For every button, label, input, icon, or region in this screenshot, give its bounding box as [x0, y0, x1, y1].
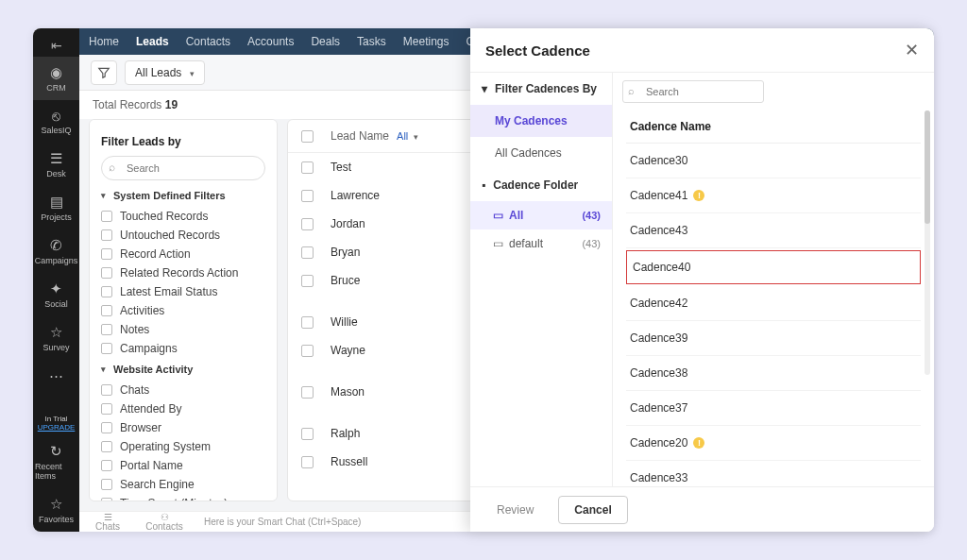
column-lead-name[interactable]: Lead Name	[331, 129, 389, 143]
checkbox[interactable]	[101, 343, 112, 354]
checkbox[interactable]	[101, 248, 112, 260]
checkbox[interactable]	[101, 422, 112, 433]
sidebar-item-crm[interactable]: ◉CRM	[33, 57, 79, 100]
filter-option[interactable]: Browser	[101, 418, 265, 437]
sidebar-item-salesiq[interactable]: ⎋SalesIQ	[33, 100, 79, 143]
cadence-item[interactable]: Cadence33	[626, 461, 921, 486]
chatbar-contacts[interactable]: ⚇ Contacts	[136, 511, 193, 533]
filter-group-system[interactable]: System Defined Filters	[101, 190, 265, 201]
sidebar-recent-items[interactable]: ↻ Recent Items	[33, 435, 79, 488]
row-checkbox[interactable]	[301, 218, 314, 230]
folder-all[interactable]: ▭All (43)	[470, 201, 612, 229]
cadence-item[interactable]: Cadence30	[626, 144, 921, 178]
row-checkbox[interactable]	[301, 428, 314, 440]
cadence-list[interactable]: Cadence Name Cadence30Cadence41!Cadence4…	[613, 110, 934, 486]
folder-default[interactable]: ▭default (43)	[470, 229, 612, 258]
sidebar-item-survey[interactable]: ☆Survey	[33, 316, 79, 360]
row-checkbox[interactable]	[301, 190, 314, 202]
sidebar-item-social[interactable]: ✦Social	[33, 273, 79, 316]
filter-option-label: Search Engine	[120, 478, 195, 491]
filter-option[interactable]: Operating System	[101, 437, 265, 456]
cadence-list-panel: ⌕ Cadence Name Cadence30Cadence41!Cadenc…	[612, 72, 934, 486]
checkbox[interactable]	[101, 211, 112, 222]
collapse-sidebar-icon[interactable]: ⇤	[33, 34, 79, 57]
upgrade-link[interactable]: UPGRADE	[38, 423, 76, 432]
tab-meetings[interactable]: Meetings	[403, 35, 450, 48]
filter-option[interactable]: Chats	[101, 381, 265, 399]
lead-name: Willie	[331, 315, 358, 329]
view-dropdown[interactable]: All Leads	[125, 60, 205, 85]
filter-group-website[interactable]: Website Activity	[101, 364, 265, 375]
filter-option[interactable]: Activities	[101, 301, 265, 320]
cadence-item[interactable]: Cadence41!	[626, 178, 921, 213]
checkbox[interactable]	[101, 460, 112, 471]
checkbox[interactable]	[101, 479, 112, 490]
filter-option[interactable]: Record Action	[101, 245, 265, 263]
sidebar-item-projects[interactable]: ▤Projects	[33, 186, 79, 229]
close-button[interactable]: ✕	[905, 40, 919, 60]
checkbox[interactable]	[101, 267, 112, 279]
cadence-item[interactable]: Cadence20!	[626, 426, 921, 461]
sidebar-favorites[interactable]: ☆ Favorites	[33, 488, 79, 532]
sidebar-item-desk[interactable]: ☰Desk	[33, 143, 79, 186]
modal-footer: Review Cancel	[470, 486, 934, 532]
filter-option[interactable]: Touched Records	[101, 207, 265, 226]
select-all-checkbox[interactable]	[301, 130, 314, 143]
filter-option[interactable]: Latest Email Status	[101, 282, 265, 301]
checkbox[interactable]	[101, 305, 112, 316]
sidebar-item-more[interactable]: ⋯	[33, 360, 79, 394]
filter-icon-button[interactable]	[91, 60, 117, 85]
row-checkbox[interactable]	[301, 275, 314, 287]
tab-home[interactable]: Home	[89, 35, 119, 48]
row-checkbox[interactable]	[301, 386, 314, 399]
checkbox[interactable]	[101, 498, 112, 501]
scrollbar[interactable]	[925, 110, 930, 375]
row-checkbox[interactable]	[301, 345, 314, 357]
cadence-item[interactable]: Cadence42	[626, 286, 921, 321]
filter-option[interactable]: Portal Name	[101, 456, 265, 475]
row-checkbox[interactable]	[301, 316, 314, 329]
tab-tasks[interactable]: Tasks	[357, 35, 386, 48]
tab-deals[interactable]: Deals	[311, 35, 340, 48]
my-cadences-tab[interactable]: My Cadences	[470, 105, 612, 137]
row-checkbox[interactable]	[301, 161, 314, 174]
checkbox[interactable]	[101, 324, 112, 335]
row-checkbox[interactable]	[301, 246, 314, 259]
tab-accounts[interactable]: Accounts	[247, 35, 294, 48]
sidebar-item-campaigns[interactable]: ✆Campaigns	[33, 229, 79, 273]
checkbox[interactable]	[101, 286, 112, 297]
trial-badge: In Trial UPGRADE	[38, 411, 76, 435]
filter-option[interactable]: Campaigns	[101, 339, 265, 358]
chatbar-chats[interactable]: ☰ Chats	[79, 511, 136, 533]
chatbar-contacts-label: Contacts	[145, 522, 182, 532]
cancel-button[interactable]: Cancel	[558, 496, 627, 524]
column-all-dropdown[interactable]: All	[397, 130, 418, 142]
tab-contacts[interactable]: Contacts	[186, 35, 230, 48]
cadence-item[interactable]: Cadence40	[626, 250, 921, 284]
social-icon: ✦	[50, 280, 62, 297]
checkbox[interactable]	[101, 403, 112, 415]
scrollbar-thumb[interactable]	[925, 110, 930, 224]
review-button[interactable]: Review	[482, 496, 549, 524]
filter-option[interactable]: Notes	[101, 320, 265, 339]
filter-search-input[interactable]	[101, 156, 265, 180]
cadence-item[interactable]: Cadence38	[626, 356, 921, 391]
checkbox[interactable]	[101, 384, 112, 396]
filter-option[interactable]: Untouched Records	[101, 226, 265, 245]
filter-option[interactable]: Search Engine	[101, 475, 265, 494]
row-checkbox[interactable]	[301, 456, 314, 468]
checkbox[interactable]	[101, 229, 112, 241]
tab-leads[interactable]: Leads	[136, 35, 169, 48]
cadence-item-name: Cadence20	[630, 436, 687, 450]
filter-cadences-by: ▾ Filter Cadences By	[470, 73, 612, 105]
filter-option[interactable]: Attended By	[101, 399, 265, 418]
all-cadences-tab[interactable]: All Cadences	[470, 137, 612, 169]
cadence-item[interactable]: Cadence37	[626, 391, 921, 426]
cadence-search-input[interactable]	[622, 80, 764, 103]
filter-option[interactable]: Related Records Action	[101, 263, 265, 282]
cadence-item[interactable]: Cadence39	[626, 321, 921, 356]
checkbox[interactable]	[101, 441, 112, 452]
filter-option[interactable]: Time Spent (Minutes)	[101, 494, 265, 501]
cadence-item[interactable]: Cadence43	[626, 213, 921, 248]
recent-label: Recent Items	[35, 462, 77, 481]
